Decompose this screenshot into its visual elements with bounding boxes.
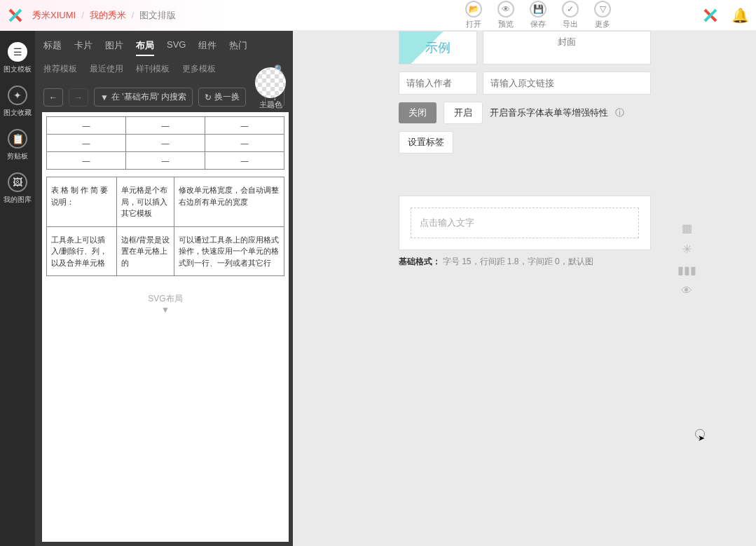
- check-icon: ✓: [562, 1, 579, 18]
- menu-icon: ☰: [8, 42, 27, 62]
- table-cell: 工具条上可以插入/删除行、列，以及合并单元格: [47, 226, 117, 276]
- clipboard-icon: 📋: [8, 129, 27, 149]
- top-actions: 📂打开 👁预览 💾保存 ✓导出 ▽更多: [465, 1, 611, 29]
- table-cell: 边框/背景是设置在单元格上的: [117, 226, 174, 276]
- breadcrumb: 秀米XIUMI / 我的秀米 / 图文排版: [32, 9, 176, 22]
- tab-recommend[interactable]: 推荐模板: [43, 60, 77, 78]
- more-button[interactable]: ▽更多: [594, 1, 611, 29]
- template-desc-table[interactable]: 表 格 制 作 简 要 说明： 单元格是个布局，可以插入其它模板 修改单元格宽度…: [46, 177, 284, 276]
- bell-icon[interactable]: 🔔: [731, 7, 749, 24]
- tab-component[interactable]: 组件: [198, 36, 217, 56]
- template-toolbar: ← → ▼在 '基础布局' 内搜索 ↻换一换 ↕: [35, 82, 293, 112]
- nav-clipboard[interactable]: 📋剪贴板: [7, 123, 28, 167]
- open-button[interactable]: 📂打开: [465, 1, 482, 29]
- swap-button[interactable]: ↻换一换: [198, 88, 246, 107]
- sparkle-tool-icon[interactable]: ✳: [680, 243, 693, 255]
- breadcrumb-mine[interactable]: 我的秀米: [90, 9, 126, 22]
- refresh-icon: ↻: [205, 93, 212, 102]
- tab-card[interactable]: 卡片: [74, 36, 92, 56]
- star-icon: ✦: [8, 86, 27, 105]
- tab-more-templates[interactable]: 更多模板: [182, 60, 216, 78]
- theme-color-label: 主题色: [255, 100, 286, 110]
- eye-tool-icon[interactable]: 👁: [680, 285, 693, 297]
- tab-sample[interactable]: 样刊模板: [136, 60, 170, 78]
- table-cell: 单元格是个布局，可以插入其它模板: [117, 177, 174, 227]
- save-button[interactable]: 💾保存: [530, 1, 547, 29]
- thumbnail[interactable]: 示例: [399, 31, 477, 64]
- breadcrumb-current: 图文排版: [139, 9, 176, 22]
- topbar: 秀米XIUMI / 我的秀米 / 图文排版 📂打开 👁预览 💾保存 ✓导出 ▽更…: [0, 0, 756, 31]
- search-in-button[interactable]: ▼在 '基础布局' 内搜索: [94, 88, 193, 107]
- export-button[interactable]: ✓导出: [562, 1, 579, 29]
- tab-title[interactable]: 标题: [43, 36, 62, 56]
- back-button[interactable]: ←: [43, 88, 63, 107]
- tab-svg[interactable]: SVG: [167, 36, 186, 56]
- template-empty-table[interactable]: ——— ——— ———: [46, 116, 284, 170]
- tab-image[interactable]: 图片: [105, 36, 123, 56]
- editor-placeholder[interactable]: 点击输入文字: [411, 207, 639, 238]
- source-link-input[interactable]: [483, 71, 651, 95]
- forward-button[interactable]: →: [69, 88, 88, 107]
- table-cell: 修改单元格宽度，会自动调整右边所有单元的宽度: [174, 177, 284, 227]
- theme-color-button[interactable]: [255, 67, 286, 98]
- nav-template[interactable]: ☰图文模板: [4, 36, 32, 80]
- svg-layout-section[interactable]: SVG布局 ▼: [46, 283, 284, 325]
- breadcrumb-brand[interactable]: 秀米XIUMI: [32, 9, 76, 22]
- chart-tool-icon[interactable]: ▮▮▮: [680, 264, 693, 276]
- primary-tabs: 标题 卡片 图片 布局 SVG 组件 热门: [35, 31, 293, 56]
- folder-open-icon: 📂: [465, 1, 482, 18]
- tab-hot[interactable]: 热门: [229, 36, 247, 56]
- editor-canvas[interactable]: 示例 封面 关闭 开启 开启音乐字体表单等增强特性 ⓘ 设置标签 点击输入文字 …: [293, 31, 756, 546]
- eye-icon: 👁: [497, 1, 514, 18]
- chevron-down-icon: ▽: [594, 1, 611, 18]
- author-input[interactable]: [399, 71, 477, 95]
- toggle-open[interactable]: 开启: [444, 102, 483, 124]
- cover-box[interactable]: 封面: [483, 31, 651, 64]
- secondary-tabs: 推荐模板 最近使用 样刊模板 更多模板 🔍: [35, 56, 293, 82]
- tab-recent[interactable]: 最近使用: [90, 60, 123, 78]
- tab-layout[interactable]: 布局: [136, 36, 154, 56]
- left-nav: ☰图文模板 ✦图文收藏 📋剪贴板 🖼我的图库: [0, 31, 35, 546]
- nav-gallery[interactable]: 🖼我的图库: [4, 167, 32, 210]
- preview-button[interactable]: 👁预览: [497, 1, 514, 29]
- side-panel: 标题 卡片 图片 布局 SVG 组件 热门 推荐模板 最近使用 样刊模板 更多模…: [35, 31, 293, 546]
- save-icon: 💾: [530, 1, 547, 18]
- content-editor[interactable]: 点击输入文字: [399, 196, 651, 250]
- canvas-side-tools: ▦ ✳ ▮▮▮ 👁: [680, 221, 693, 297]
- app-logo: [7, 7, 24, 24]
- nav-favorites[interactable]: ✦图文收藏: [4, 80, 32, 123]
- cursor-indicator: ➤: [695, 429, 705, 439]
- chevron-down-icon: ▼: [56, 305, 275, 315]
- image-icon: 🖼: [8, 172, 27, 192]
- filter-icon: ▼: [100, 93, 109, 102]
- grid-tool-icon[interactable]: ▦: [680, 221, 693, 234]
- format-info: 基础格式： 字号 15，行间距 1.8，字间距 0，默认图: [399, 256, 651, 268]
- document-settings: 示例 封面 关闭 开启 开启音乐字体表单等增强特性 ⓘ 设置标签: [399, 31, 651, 153]
- app-logo-small[interactable]: [702, 7, 719, 24]
- help-icon[interactable]: ⓘ: [615, 107, 624, 119]
- template-list[interactable]: ——— ——— ——— 表 格 制 作 简 要 说明： 单元格是个布局，可以插入…: [42, 112, 289, 542]
- table-cell: 表 格 制 作 简 要 说明：: [47, 177, 117, 227]
- table-cell: 可以通过工具条上的应用格式操作，快速应用一个单元的格式到一行、一列或者其它行: [174, 226, 284, 276]
- feature-label: 开启音乐字体表单等增强特性: [490, 107, 608, 119]
- toggle-close[interactable]: 关闭: [399, 102, 437, 123]
- set-tags-button[interactable]: 设置标签: [399, 131, 453, 153]
